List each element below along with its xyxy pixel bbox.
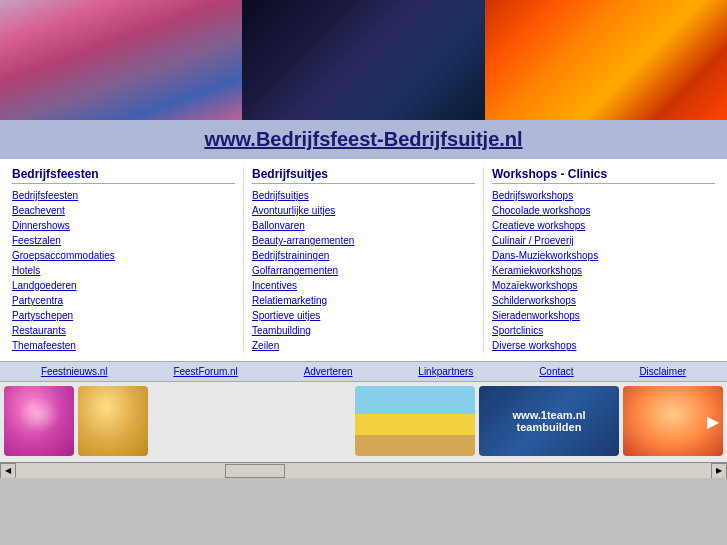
link-bedrijfsworkshops[interactable]: Bedrijfsworkshops	[492, 188, 715, 203]
scroll-left-btn[interactable]: ◀	[0, 463, 16, 479]
link-mozaiek[interactable]: Mozaïekworkshops	[492, 278, 715, 293]
link-hotels[interactable]: Hotels	[12, 263, 235, 278]
link-themafeesten[interactable]: Themafeesten	[12, 338, 235, 353]
nav-feestnieuws[interactable]: Feestnieuws.nl	[41, 366, 108, 377]
scroll-thumb[interactable]	[225, 464, 285, 478]
link-diverse[interactable]: Diverse workshops	[492, 338, 715, 353]
link-zeilen[interactable]: Zeilen	[252, 338, 475, 353]
link-dans[interactable]: Dans-Muziekworkshops	[492, 248, 715, 263]
link-partycentra[interactable]: Partycentra	[12, 293, 235, 308]
col2-header: Bedrijfsuitjes	[252, 167, 475, 184]
nav-contact[interactable]: Contact	[539, 366, 573, 377]
nav-column-workshops: Workshops - Clinics Bedrijfsworkshops Ch…	[484, 167, 723, 353]
nav-columns: Bedrijfsfeesten Bedrijfsfeesten Beacheve…	[0, 159, 727, 361]
nav-column-bedrijfsfeesten: Bedrijfsfeesten Bedrijfsfeesten Beacheve…	[4, 167, 244, 353]
link-teambuilding[interactable]: Teambuilding	[252, 323, 475, 338]
team-banner[interactable]: www.1team.nl teambuilden	[479, 386, 619, 456]
link-restaurants[interactable]: Restaurants	[12, 323, 235, 338]
banner-left	[4, 386, 351, 458]
link-culinair[interactable]: Culinair / Proeverij	[492, 233, 715, 248]
scroll-track[interactable]	[16, 463, 711, 479]
link-golf[interactable]: Golfarrangementen	[252, 263, 475, 278]
link-schilder[interactable]: Schilderworkshops	[492, 293, 715, 308]
link-sieraden[interactable]: Sieradenworkshops	[492, 308, 715, 323]
scroll-right-btn[interactable]: ▶	[711, 463, 727, 479]
banner-right-image[interactable]	[623, 386, 723, 456]
link-landgoederen[interactable]: Landgoederen	[12, 278, 235, 293]
link-bedrijfsfeesten[interactable]: Bedrijfsfeesten	[12, 188, 235, 203]
link-creatieve[interactable]: Creatieve workshops	[492, 218, 715, 233]
link-ballonvaren[interactable]: Ballonvaren	[252, 218, 475, 233]
link-relatiemarketing[interactable]: Relatiemarketing	[252, 293, 475, 308]
scrollbar-bottom[interactable]: ◀ ▶	[0, 462, 727, 478]
link-beachevent[interactable]: Beachevent	[12, 203, 235, 218]
col3-header: Workshops - Clinics	[492, 167, 715, 184]
nav-disclaimer[interactable]: Disclaimer	[639, 366, 686, 377]
hero-lights	[485, 0, 727, 120]
page-content: www.Bedrijfsfeest-Bedrijfsuitje.nl Bedri…	[0, 0, 727, 478]
link-keramiek[interactable]: Keramiekworkshops	[492, 263, 715, 278]
link-avontuurlijke[interactable]: Avontuurlijke uitjes	[252, 203, 475, 218]
nav-adverteren[interactable]: Adverteren	[304, 366, 353, 377]
link-bedrijfstrainingen[interactable]: Bedrijfstrainingen	[252, 248, 475, 263]
balloon-image-1	[4, 386, 74, 456]
link-incentives[interactable]: Incentives	[252, 278, 475, 293]
link-dinnershows[interactable]: Dinnershows	[12, 218, 235, 233]
link-beauty[interactable]: Beauty-arrangementen	[252, 233, 475, 248]
nav-linkpartners[interactable]: Linkpartners	[418, 366, 473, 377]
link-sportclinics[interactable]: Sportclinics	[492, 323, 715, 338]
link-sportieve[interactable]: Sportieve uitjes	[252, 308, 475, 323]
hero-images	[0, 0, 727, 120]
hero-clowns	[0, 0, 242, 120]
col1-header: Bedrijfsfeesten	[12, 167, 235, 184]
hero-casino	[242, 0, 484, 120]
balloon-image-2	[78, 386, 148, 456]
link-chocolade[interactable]: Chocolade workshops	[492, 203, 715, 218]
link-partyschepen[interactable]: Partyschepen	[12, 308, 235, 323]
nav-column-bedrijfsuitjes: Bedrijfsuitjes Bedrijfsuitjes Avontuurli…	[244, 167, 484, 353]
banner-area: www.1team.nl teambuilden	[0, 382, 727, 462]
link-bedrijfsuitjes[interactable]: Bedrijfsuitjes	[252, 188, 475, 203]
beach-image	[355, 386, 475, 456]
site-title[interactable]: www.Bedrijfsfeest-Bedrijfsuitje.nl	[0, 120, 727, 159]
team-sub: teambuilden	[517, 421, 582, 433]
link-groepsaccommodaties[interactable]: Groepsaccommodaties	[12, 248, 235, 263]
link-feestzalen[interactable]: Feestzalen	[12, 233, 235, 248]
nav-feestforum[interactable]: FeestForum.nl	[173, 366, 237, 377]
team-title: www.1team.nl	[513, 409, 586, 421]
bottom-nav: Feestnieuws.nl FeestForum.nl Adverteren …	[0, 361, 727, 382]
